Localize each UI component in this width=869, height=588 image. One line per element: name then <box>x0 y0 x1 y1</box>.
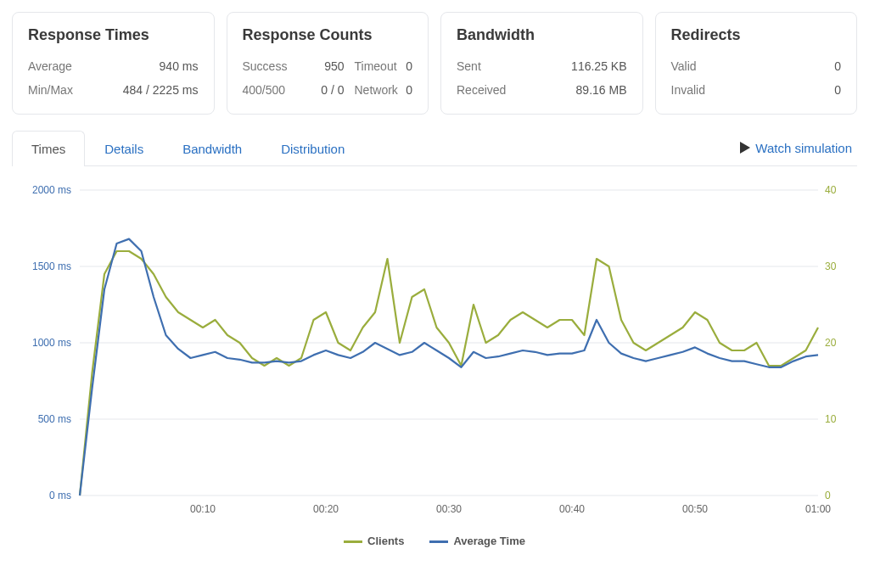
legend-avgtime-label: Average Time <box>453 535 525 547</box>
svg-text:20: 20 <box>825 337 837 349</box>
metric-value: 116.25 KB <box>524 54 627 78</box>
tab-details[interactable]: Details <box>85 131 163 166</box>
svg-text:00:20: 00:20 <box>313 503 339 515</box>
metric-row: Invalid 0 <box>671 78 842 102</box>
svg-text:1500 ms: 1500 ms <box>32 260 71 272</box>
chart: 0 ms500 ms1000 ms1500 ms2000 ms010203040… <box>12 166 857 554</box>
card-bandwidth: Bandwidth Sent 116.25 KB Received 89.16 … <box>440 12 643 115</box>
svg-text:00:30: 00:30 <box>436 503 462 515</box>
svg-text:00:40: 00:40 <box>559 503 585 515</box>
svg-text:40: 40 <box>825 184 837 196</box>
metric-row: Received 89.16 MB <box>457 78 627 102</box>
metric-value: 484 / 2225 ms <box>87 78 199 102</box>
metric-label: Timeout <box>355 54 406 78</box>
chart-legend: Clients Average Time <box>20 529 849 551</box>
legend-clients-label: Clients <box>367 535 404 547</box>
svg-text:00:10: 00:10 <box>190 503 216 515</box>
card-response-times: Response Times Average 940 ms Min/Max 48… <box>12 12 215 115</box>
metric-value: 0 <box>406 78 413 102</box>
metric-row: Min/Max 484 / 2225 ms <box>28 78 199 102</box>
svg-text:1000 ms: 1000 ms <box>32 337 71 349</box>
metric-row: Average 940 ms <box>28 54 199 78</box>
metric-label: Success <box>243 54 302 78</box>
tabs: Times Details Bandwidth Distribution Wat… <box>12 130 857 166</box>
card-response-counts: Response Counts Success 950 Timeout 0 40… <box>227 12 429 115</box>
metric-row: Valid 0 <box>671 54 842 78</box>
tab-area: Times Details Bandwidth Distribution Wat… <box>12 130 857 554</box>
metric-value: 950 <box>302 54 345 78</box>
card-title: Redirects <box>671 26 842 44</box>
tab-times[interactable]: Times <box>12 131 85 166</box>
watch-simulation-label: Watch simulation <box>755 141 852 155</box>
card-title: Response Counts <box>243 26 413 44</box>
tab-bandwidth[interactable]: Bandwidth <box>163 131 261 166</box>
watch-simulation-link[interactable]: Watch simulation <box>740 141 857 155</box>
metric-value: 89.16 MB <box>524 78 627 102</box>
svg-text:10: 10 <box>825 413 837 425</box>
tab-distribution[interactable]: Distribution <box>261 131 364 166</box>
svg-text:2000 ms: 2000 ms <box>32 184 71 196</box>
metric-value: 0 <box>406 54 413 78</box>
metric-value: 0 <box>731 54 842 78</box>
metric-label: Min/Max <box>28 78 87 102</box>
metric-value: 0 <box>731 78 842 102</box>
metric-row: Success 950 Timeout 0 <box>243 54 413 78</box>
metric-row: Sent 116.25 KB <box>457 54 627 78</box>
metric-label: Network <box>355 78 406 102</box>
metric-row: 400/500 0 / 0 Network 0 <box>243 78 413 102</box>
metric-label: Invalid <box>671 78 731 102</box>
svg-text:0 ms: 0 ms <box>49 490 71 501</box>
svg-text:30: 30 <box>825 260 837 272</box>
metric-label: Valid <box>671 54 731 78</box>
legend-avgtime: Average Time <box>429 535 525 547</box>
card-title: Bandwidth <box>457 26 627 44</box>
svg-text:500 ms: 500 ms <box>38 413 71 425</box>
metric-value: 940 ms <box>87 54 199 78</box>
chart-svg: 0 ms500 ms1000 ms1500 ms2000 ms010203040… <box>20 182 849 529</box>
card-redirects: Redirects Valid 0 Invalid 0 <box>655 12 858 115</box>
metric-label: 400/500 <box>243 78 302 102</box>
play-icon <box>740 142 750 154</box>
svg-text:0: 0 <box>825 490 831 501</box>
legend-clients: Clients <box>344 535 404 547</box>
svg-text:01:00: 01:00 <box>805 503 831 515</box>
metric-label: Received <box>457 78 524 102</box>
metric-value: 0 / 0 <box>302 78 345 102</box>
metric-label: Average <box>28 54 87 78</box>
svg-text:00:50: 00:50 <box>682 503 708 515</box>
card-title: Response Times <box>28 26 199 44</box>
metric-label: Sent <box>457 54 524 78</box>
